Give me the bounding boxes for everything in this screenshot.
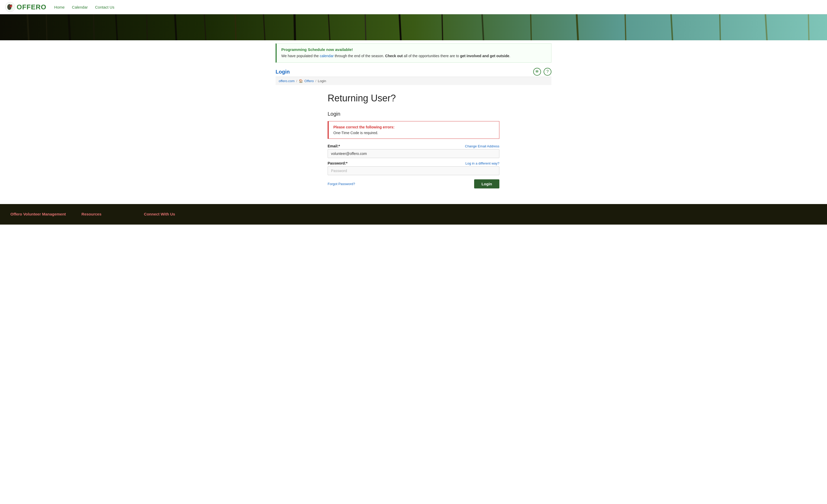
alert-period: . bbox=[509, 54, 510, 58]
breadcrumb-current: Login bbox=[318, 79, 326, 83]
breadcrumb-site[interactable]: offero.com bbox=[279, 79, 295, 83]
logo[interactable]: OFFERO bbox=[5, 2, 46, 12]
email-label: Email:* bbox=[328, 144, 340, 148]
login-button[interactable]: Login bbox=[474, 179, 499, 188]
alert-bold-end: get involved and get outside bbox=[460, 54, 509, 58]
main-content: Returning User? Login Please correct the… bbox=[323, 85, 504, 204]
alert-banner: Programming Schedule now available! We h… bbox=[276, 43, 551, 63]
footer: Offero Volunteer Management Resources Co… bbox=[0, 204, 827, 225]
svg-rect-5 bbox=[0, 14, 827, 40]
nav: Home Calendar Contact Us bbox=[54, 5, 114, 9]
breadcrumb-sep-2: / bbox=[315, 79, 317, 83]
content-wrapper: Programming Schedule now available! We h… bbox=[271, 43, 556, 85]
page-title: Login bbox=[276, 69, 290, 75]
forgot-password-link[interactable]: Forgot Password? bbox=[328, 182, 355, 186]
breadcrumb-sep-1: / bbox=[296, 79, 297, 83]
breadcrumb-home[interactable]: Offero bbox=[304, 79, 314, 83]
password-label: Password:* bbox=[328, 161, 347, 165]
password-row-header: Password:* Log in a different way? bbox=[328, 161, 499, 165]
alert-calendar-link[interactable]: calendar bbox=[320, 54, 334, 58]
alert-title: Programming Schedule now available! bbox=[281, 47, 546, 52]
help-icon[interactable]: ? bbox=[544, 68, 551, 76]
email-input[interactable] bbox=[328, 149, 499, 158]
returning-title: Returning User? bbox=[328, 93, 499, 104]
hero-banner bbox=[0, 14, 827, 40]
error-box: Please correct the following errors: One… bbox=[328, 121, 499, 139]
change-email-link[interactable]: Change Email Address bbox=[465, 144, 499, 148]
breadcrumb: offero.com / 🏠 Offero / Login bbox=[276, 77, 551, 85]
eye-icon[interactable]: 👁 bbox=[533, 68, 541, 76]
svg-line-16 bbox=[294, 14, 295, 40]
alert-check-out: Check out bbox=[385, 54, 403, 58]
password-input[interactable] bbox=[328, 166, 499, 175]
alert-body: We have populated the calendar through t… bbox=[281, 53, 546, 59]
log-in-different-link[interactable]: Log in a different way? bbox=[465, 161, 499, 165]
page-icons: 👁 ? bbox=[533, 68, 551, 76]
error-message: One-Time Code is required. bbox=[333, 131, 494, 135]
footer-col-2-title: Resources bbox=[82, 212, 128, 216]
footer-col-3-title: Connect With Us bbox=[144, 212, 191, 216]
nav-calendar[interactable]: Calendar bbox=[72, 5, 88, 9]
form-footer: Forgot Password? Login bbox=[328, 179, 499, 188]
nav-home[interactable]: Home bbox=[54, 5, 64, 9]
alert-body-prefix: We have populated the bbox=[281, 54, 320, 58]
alert-body-suffix: all of the opportunities there are to bbox=[403, 54, 460, 58]
login-subtitle: Login bbox=[328, 111, 499, 117]
login-form: Email:* Change Email Address Password:* … bbox=[328, 144, 499, 188]
breadcrumb-home-icon: 🏠 bbox=[299, 79, 303, 83]
email-row-header: Email:* Change Email Address bbox=[328, 144, 499, 148]
footer-col-1-title: Offero Volunteer Management bbox=[10, 212, 66, 216]
footer-col-2: Resources bbox=[82, 212, 128, 219]
nav-contact-us[interactable]: Contact Us bbox=[95, 5, 114, 9]
footer-col-3: Connect With Us bbox=[144, 212, 191, 219]
hero-reeds-svg bbox=[0, 14, 827, 40]
footer-col-1: Offero Volunteer Management bbox=[10, 212, 66, 219]
page-title-bar: Login 👁 ? bbox=[276, 66, 551, 77]
logo-text: OFFERO bbox=[17, 3, 46, 11]
error-title: Please correct the following errors: bbox=[333, 125, 494, 129]
logo-icon bbox=[5, 2, 15, 12]
header: OFFERO Home Calendar Contact Us bbox=[0, 0, 827, 14]
alert-body-middle: through the end of the season. bbox=[334, 54, 385, 58]
